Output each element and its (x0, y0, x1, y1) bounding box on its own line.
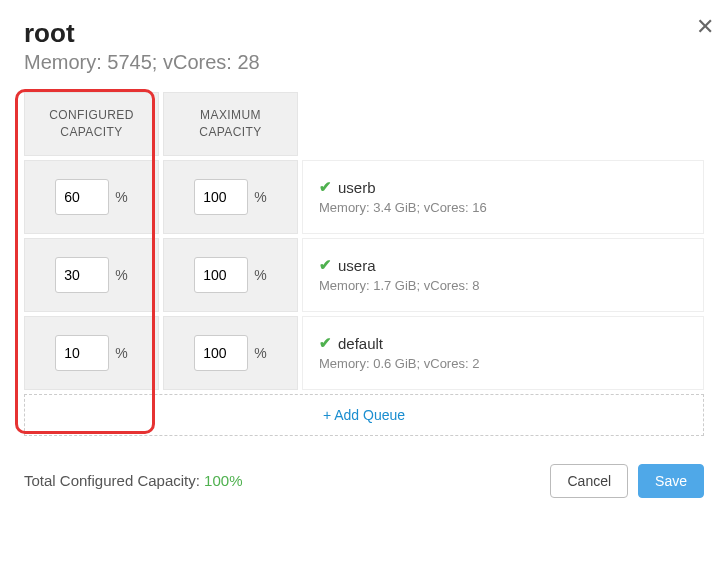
queue-name: userb (338, 179, 376, 196)
check-icon: ✔ (319, 334, 332, 352)
add-queue-button[interactable]: + Add Queue (24, 394, 704, 436)
queue-info: ✔ userb Memory: 3.4 GiB; vCores: 16 (302, 160, 704, 234)
percent-label: % (254, 189, 266, 205)
configured-input[interactable] (55, 257, 109, 293)
total-value: 100% (204, 472, 242, 489)
footer: Total Configured Capacity: 100% Cancel S… (24, 464, 704, 498)
queue-name: usera (338, 257, 376, 274)
col-header-configured: CONFIGURED CAPACITY (24, 92, 159, 156)
configured-cell: % (24, 316, 159, 390)
queue-detail: Memory: 3.4 GiB; vCores: 16 (319, 200, 687, 215)
configured-input[interactable] (55, 335, 109, 371)
queue-info: ✔ default Memory: 0.6 GiB; vCores: 2 (302, 316, 704, 390)
resource-summary: Memory: 5745; vCores: 28 (24, 51, 704, 74)
maximum-input[interactable] (194, 257, 248, 293)
configured-input[interactable] (55, 179, 109, 215)
queue-detail: Memory: 0.6 GiB; vCores: 2 (319, 356, 687, 371)
queue-config-modal: ✕ root Memory: 5745; vCores: 28 CONFIGUR… (0, 0, 728, 516)
cancel-button[interactable]: Cancel (550, 464, 628, 498)
check-icon: ✔ (319, 178, 332, 196)
percent-label: % (115, 189, 127, 205)
queue-name: default (338, 335, 383, 352)
check-icon: ✔ (319, 256, 332, 274)
capacity-grid: CONFIGURED CAPACITY MAXIMUM CAPACITY % %… (24, 92, 704, 436)
col-header-maximum: MAXIMUM CAPACITY (163, 92, 298, 156)
maximum-input[interactable] (194, 179, 248, 215)
percent-label: % (254, 267, 266, 283)
configured-cell: % (24, 238, 159, 312)
maximum-cell: % (163, 160, 298, 234)
maximum-cell: % (163, 238, 298, 312)
configured-cell: % (24, 160, 159, 234)
queue-detail: Memory: 1.7 GiB; vCores: 8 (319, 278, 687, 293)
percent-label: % (115, 345, 127, 361)
maximum-input[interactable] (194, 335, 248, 371)
maximum-cell: % (163, 316, 298, 390)
close-icon[interactable]: ✕ (696, 14, 714, 40)
page-title: root (24, 18, 704, 49)
percent-label: % (115, 267, 127, 283)
percent-label: % (254, 345, 266, 361)
total-label: Total Configured Capacity: (24, 472, 204, 489)
save-button[interactable]: Save (638, 464, 704, 498)
col-header-spacer (302, 92, 704, 156)
queue-info: ✔ usera Memory: 1.7 GiB; vCores: 8 (302, 238, 704, 312)
